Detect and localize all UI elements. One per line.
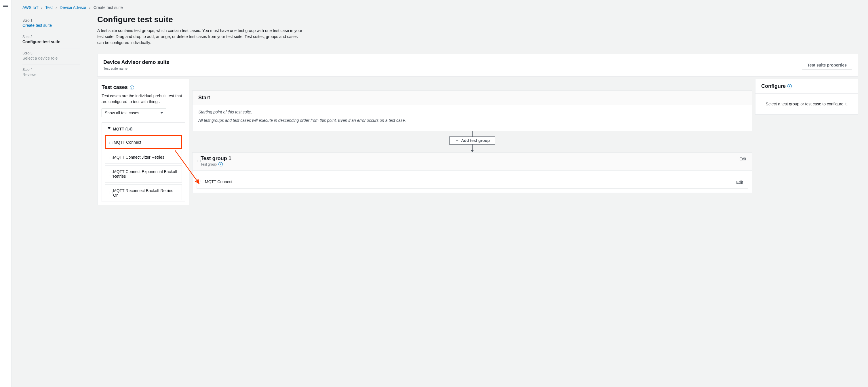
info-icon[interactable]: i [787, 84, 792, 88]
test-case-label: MQTT Connect [114, 140, 141, 145]
chevron-down-icon [160, 112, 163, 114]
drag-handle-icon[interactable] [108, 142, 114, 143]
drag-handle-icon[interactable] [199, 181, 206, 183]
test-case-label: MQTT Reconnect Backoff Retries On [113, 188, 173, 198]
breadcrumb-link[interactable]: Test [45, 5, 53, 10]
connector-line [472, 145, 472, 150]
wizard-step-4: Step 4 Review [23, 65, 80, 81]
step-title: Select a device role [23, 56, 80, 60]
plus-icon: ＋ [455, 138, 459, 143]
drag-handle-icon[interactable] [107, 157, 114, 158]
test-group-panel: Test group 1 Test group i Edit [192, 152, 752, 193]
drag-handle-icon[interactable] [195, 161, 202, 162]
step-label: Step 1 [23, 19, 80, 23]
start-line1: Starting point of this test suite. [198, 109, 746, 115]
page-description: A test suite contains test groups, which… [97, 28, 305, 46]
test-cases-panel: Test cases i Test cases are the individu… [97, 79, 189, 205]
info-icon[interactable]: i [130, 86, 134, 90]
step-label: Step 2 [23, 35, 80, 39]
chevron-right-icon: › [89, 5, 91, 10]
suite-name-sub: Test suite name [103, 66, 169, 70]
add-test-group-button[interactable]: ＋ Add test group [449, 137, 495, 145]
step-label: Step 4 [23, 68, 80, 72]
test-group-title: Test group 1 [200, 155, 231, 161]
add-test-group-label: Add test group [461, 138, 490, 143]
suite-header-panel: Device Advisor demo suite Test suite nam… [97, 54, 858, 77]
edit-test-case-button[interactable]: Edit [736, 180, 743, 185]
select-value: Show all test cases [105, 111, 139, 115]
drag-handle-icon[interactable] [107, 191, 114, 193]
configure-heading: Configure i [755, 79, 858, 94]
canvas-column: Start Starting point of this test suite.… [192, 79, 752, 193]
step-title: Configure test suite [23, 39, 80, 44]
test-group-case[interactable]: MQTT Connect Edit [196, 175, 748, 188]
test-group-case-label: MQTT Connect [205, 179, 232, 184]
test-case-label: MQTT Connect Exponential Backoff Retries [113, 169, 177, 179]
arrow-down-icon [470, 150, 474, 152]
chevron-right-icon: › [41, 5, 42, 10]
test-case-item[interactable]: MQTT Reconnect Backoff Retries On [105, 184, 182, 200]
configure-placeholder: Select a test group or test case to conf… [755, 94, 858, 114]
group-count: (14) [125, 127, 133, 131]
chevron-down-icon [107, 127, 111, 129]
test-cases-heading: Test cases i [102, 84, 134, 90]
drag-handle-icon[interactable] [107, 173, 114, 175]
start-heading: Start [192, 91, 752, 105]
suite-name: Device Advisor demo suite [103, 59, 169, 65]
step-title: Review [23, 72, 80, 77]
test-case-group: MQTT (14) MQTT Connect MQTT Connect Jitt… [102, 122, 185, 202]
step-label: Step 3 [23, 51, 80, 55]
wizard-step-1[interactable]: Step 1 Create test suite [23, 16, 80, 32]
breadcrumb-link[interactable]: Device Advisor [60, 5, 87, 10]
page-title: Configure test suite [97, 15, 858, 24]
test-case-filter-select[interactable]: Show all test cases [102, 109, 166, 117]
test-case-item[interactable]: MQTT Connect Jitter Retries [105, 151, 182, 163]
connector-line [472, 131, 472, 137]
test-suite-properties-button[interactable]: Test suite properties [802, 61, 852, 69]
test-case-item[interactable]: MQTT Connect Exponential Backoff Retries [105, 165, 182, 183]
test-group-header: Test group 1 Test group i Edit [192, 153, 752, 171]
sidebar-toggle-col [0, 0, 11, 387]
chevron-right-icon: › [56, 5, 57, 10]
breadcrumb-link[interactable]: AWS IoT [23, 5, 38, 10]
hamburger-icon[interactable] [3, 4, 8, 9]
test-case-label: MQTT Connect Jitter Retries [113, 155, 164, 159]
group-name: MQTT [113, 127, 124, 131]
breadcrumb-current: Create test suite [94, 5, 123, 10]
wizard-nav: Step 1 Create test suite Step 2 Configur… [23, 15, 80, 205]
edit-test-group-button[interactable]: Edit [739, 157, 746, 161]
test-case-item-mqtt-connect[interactable]: MQTT Connect [105, 135, 182, 149]
wizard-step-3: Step 3 Select a device role [23, 49, 80, 65]
start-line2: All test groups and test cases will exec… [198, 117, 746, 123]
test-group-sub: Test group i [200, 162, 223, 167]
step-title: Create test suite [23, 23, 80, 28]
wizard-step-2[interactable]: Step 2 Configure test suite [23, 32, 80, 49]
test-case-group-header[interactable]: MQTT (14) [105, 125, 182, 133]
info-icon[interactable]: i [218, 162, 223, 167]
configure-panel: Configure i Select a test group or test … [755, 79, 858, 115]
breadcrumb: AWS IoT › Test › Device Advisor › Create… [23, 5, 858, 10]
test-cases-desc: Test cases are the individual prebuilt t… [102, 93, 185, 105]
start-panel: Start Starting point of this test suite.… [192, 90, 752, 131]
